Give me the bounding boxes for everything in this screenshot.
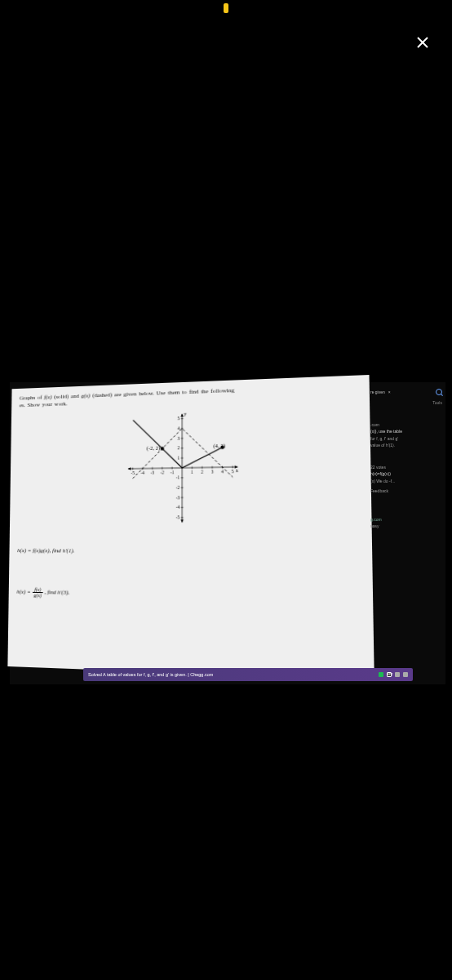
photo-viewer[interactable]: Graphs of f(x) (solid) and g(x) (dashed)… xyxy=(10,382,445,684)
svg-text:-5: -5 xyxy=(131,470,135,475)
browser-sidebar: re given × Tools .com (x)), use the tabl… xyxy=(367,382,445,660)
svg-text:3: 3 xyxy=(211,470,214,474)
close-icon xyxy=(415,35,430,50)
svg-text:-4: -4 xyxy=(140,470,144,475)
svg-text:-3: -3 xyxy=(150,470,154,475)
svg-text:-1: -1 xyxy=(176,475,180,480)
tab-label: re given xyxy=(370,390,385,395)
svg-text:4: 4 xyxy=(177,426,179,431)
dynamic-island-indicator xyxy=(224,3,228,13)
svg-marker-26 xyxy=(180,414,184,417)
spotify-icon[interactable] xyxy=(379,672,383,677)
problem-b: h(x) = f(x) g(x) , find h'(3). xyxy=(16,587,363,604)
r3-line2: nasy xyxy=(370,523,442,529)
svg-text:1: 1 xyxy=(191,470,193,474)
problem-a: h(x) = f(x)g(x), find h'(1). xyxy=(17,547,363,556)
point-a-label: (-2, 2) xyxy=(147,445,161,452)
r1-line3: for f, g, f' and g' xyxy=(370,436,442,442)
result-block-1[interactable]: .com (x)), use the table for f, g, f' an… xyxy=(370,422,442,448)
svg-text:2: 2 xyxy=(177,446,179,451)
svg-text:1: 1 xyxy=(177,456,179,461)
search-result-text: Solved A table of values for f, g, f', a… xyxy=(88,672,375,677)
y-axis-label: y xyxy=(184,412,187,416)
r2-line4[interactable]: Feedback xyxy=(370,488,442,494)
result-block-2[interactable]: 22 votes h(x)=f(g(x)) (x) We do -f... Fe… xyxy=(370,465,442,494)
r2-line3: (x) We do -f... xyxy=(370,479,442,484)
problem-a-target: h'(1). xyxy=(63,548,75,555)
graph-figure: (-2, 2) (4, 2) y x -5-4-3-2-1 12345 5432… xyxy=(114,407,252,528)
instr-prefix: Graphs of xyxy=(20,394,44,402)
svg-text:2: 2 xyxy=(201,470,203,474)
point-b-label: (4, 2) xyxy=(213,443,225,450)
svg-text:-2: -2 xyxy=(161,470,165,475)
svg-marker-27 xyxy=(180,519,184,523)
browser-tab[interactable]: re given × xyxy=(370,389,442,395)
trash-icon[interactable] xyxy=(403,672,408,677)
problem-instruction: Graphs of f(x) (solid) and g(x) (dashed)… xyxy=(20,382,361,409)
status-bar xyxy=(0,0,452,16)
problem-b-suffix: , find xyxy=(44,589,57,595)
svg-text:5: 5 xyxy=(232,469,234,474)
instr-gx: g(x) xyxy=(81,392,90,399)
app-icon[interactable] xyxy=(395,672,400,677)
homework-document: Graphs of f(x) (solid) and g(x) (dashed)… xyxy=(7,375,374,680)
svg-text:-4: -4 xyxy=(176,505,180,510)
svg-text:5: 5 xyxy=(177,416,179,421)
instr-line2: es. Show your work. xyxy=(20,400,68,408)
svg-text:-5: -5 xyxy=(176,514,180,519)
tab-close-icon[interactable]: × xyxy=(388,390,391,395)
result-block-3[interactable]: g.com nasy xyxy=(370,517,442,529)
svg-text:-2: -2 xyxy=(176,485,180,490)
tools-link[interactable]: Tools xyxy=(370,400,442,406)
svg-text:4: 4 xyxy=(221,469,224,474)
epic-icon[interactable]: EPIC xyxy=(387,672,392,677)
svg-text:-1: -1 xyxy=(171,470,175,474)
frac-bot: g(x) xyxy=(32,593,42,598)
graph-svg: (-2, 2) (4, 2) y x -5-4-3-2-1 12345 5432… xyxy=(114,407,252,528)
problem-b-prefix: h(x) = xyxy=(16,589,32,595)
r1-line2: (x)), use the table xyxy=(370,429,442,434)
r3-line1: g.com xyxy=(370,517,442,523)
problem-a-prefix: h(x) = f(x)g(x), find xyxy=(17,547,62,554)
problem-b-target: h'(3). xyxy=(57,590,69,596)
r1-line1: .com xyxy=(370,422,442,428)
svg-text:3: 3 xyxy=(177,436,179,441)
r2-line2: h(x)=f(g(x)) xyxy=(370,471,442,477)
instr-fx: f(x) xyxy=(44,394,52,400)
close-button[interactable] xyxy=(413,33,432,52)
search-result-bar[interactable]: Solved A table of values for f, g, f', a… xyxy=(83,668,413,681)
r2-line1: 22 votes xyxy=(370,465,442,470)
instr-mid: (solid) and xyxy=(52,393,82,400)
fraction: f(x) g(x) xyxy=(32,587,43,598)
r1-line4: value of h'(1). xyxy=(370,443,442,448)
x-axis-label: x xyxy=(236,468,238,473)
instr-suffix: (dashed) are given below. Use them to fi… xyxy=(91,387,235,399)
photo-edge xyxy=(445,382,452,684)
svg-text:-3: -3 xyxy=(176,495,180,500)
search-icon[interactable] xyxy=(436,389,442,395)
